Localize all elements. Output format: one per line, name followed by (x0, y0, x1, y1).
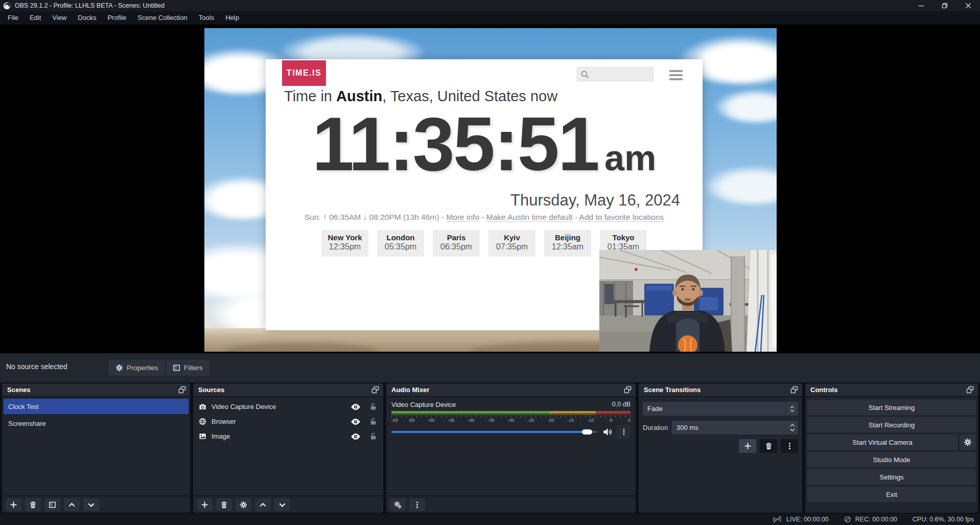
add-transition-button[interactable] (739, 439, 756, 453)
audio-mixer-title: Audio Mixer (391, 386, 429, 394)
volume-meter (391, 411, 631, 414)
minimize-button[interactable] (909, 0, 933, 11)
exit-button[interactable]: Exit (807, 487, 976, 502)
visibility-eye-icon[interactable] (351, 433, 361, 440)
source-label: Browser (212, 418, 236, 425)
source-toolbar: No source selected Properties Filters (0, 353, 980, 382)
duration-spinbox[interactable]: 300 ms (672, 421, 798, 435)
caret-down-icon (790, 428, 795, 431)
double-gear-icon (394, 501, 402, 509)
start-recording-button[interactable]: Start Recording (807, 417, 976, 432)
visibility-eye-icon[interactable] (351, 418, 361, 425)
broadcast-slash-icon (772, 516, 782, 523)
more-info-link: More info (446, 213, 479, 222)
settings-button[interactable]: Settings (807, 469, 976, 485)
transitions-header: Scene Transitions (639, 383, 802, 397)
add-source-button[interactable] (197, 498, 213, 511)
timeis-logo: TIME.IS (282, 60, 326, 86)
mixer-menu-button[interactable] (409, 498, 425, 511)
studio-mode-button[interactable]: Studio Mode (807, 452, 976, 467)
audio-mixer-panel: Audio Mixer Video Capture Device 0.0 dB … (386, 383, 636, 513)
scene-move-down-button[interactable] (83, 498, 99, 511)
filters-label: Filters (184, 364, 203, 372)
popout-icon (178, 386, 186, 394)
source-properties-button[interactable] (236, 498, 251, 511)
minimize-icon (918, 3, 924, 9)
volume-slider[interactable] (391, 428, 597, 436)
menu-scene-collection[interactable]: Scene Collection (132, 11, 193, 25)
scale-label: -35 (487, 418, 494, 423)
webcam-source[interactable] (599, 250, 777, 352)
advanced-audio-button[interactable] (390, 498, 406, 511)
timeis-date: Thursday, May 16, 2024 (510, 191, 680, 210)
transition-dropdown[interactable]: Fade (643, 402, 798, 416)
remove-source-button[interactable] (216, 498, 232, 511)
lock-icon[interactable] (369, 418, 377, 425)
close-button[interactable] (956, 0, 980, 11)
titlebar: OBS 29.1.2 - Profile: LLHLS BETA - Scene… (0, 0, 980, 11)
scene-move-up-button[interactable] (64, 498, 80, 511)
audio-mixer-header: Audio Mixer (386, 383, 636, 397)
cloud (715, 89, 777, 123)
speaker-icon[interactable] (602, 428, 612, 436)
trash-icon (765, 442, 773, 450)
mixer-channel-name: Video Capture Device (391, 401, 456, 408)
filters-button[interactable]: Filters (166, 360, 209, 376)
source-item-video-capture[interactable]: Video Capture Device (193, 399, 383, 414)
scale-label: -20 (547, 418, 554, 423)
scene-filters-button[interactable] (44, 498, 60, 511)
trash-icon (29, 501, 37, 509)
gear-icon (964, 438, 972, 446)
preview-canvas[interactable]: TIME.IS Time in Austin, Texas, United St… (204, 28, 777, 352)
menu-profile[interactable]: Profile (102, 11, 132, 25)
mixer-options-button[interactable] (617, 425, 631, 439)
remove-scene-button[interactable] (25, 498, 41, 511)
menu-tools[interactable]: Tools (193, 11, 220, 25)
source-item-browser[interactable]: Browser (193, 414, 383, 429)
popout-icon (966, 386, 974, 394)
lock-icon[interactable] (369, 432, 377, 440)
timeis-sun-line: Sun: ↑ 06:35AM ↓ 08:20PM (13h 46m) - Mor… (266, 213, 703, 222)
transition-options-button[interactable] (781, 439, 798, 453)
scene-item-screenshare[interactable]: Screenshare (4, 416, 189, 431)
menu-file[interactable]: File (2, 11, 24, 25)
source-item-image[interactable]: Image (193, 429, 383, 444)
close-icon (965, 3, 971, 9)
scene-label: Screenshare (8, 420, 46, 427)
add-scene-button[interactable] (6, 498, 21, 511)
start-virtual-camera-button[interactable]: Start Virtual Camera (807, 435, 958, 450)
search-icon (580, 70, 589, 79)
scale-label: -5 (609, 418, 613, 423)
city-tile: London05:35pm (377, 230, 424, 257)
scene-label: Clock Test (8, 403, 39, 410)
start-streaming-button[interactable]: Start Streaming (807, 400, 976, 415)
popout-icon (790, 386, 798, 394)
restore-button[interactable] (933, 0, 956, 11)
menu-docks[interactable]: Docks (72, 11, 102, 25)
virtual-camera-settings-button[interactable] (960, 435, 976, 450)
source-move-down-button[interactable] (274, 498, 290, 511)
remove-transition-button[interactable] (760, 439, 777, 453)
menu-edit[interactable]: Edit (24, 11, 46, 25)
scenes-toolbar (2, 495, 190, 513)
lock-icon[interactable] (369, 403, 377, 410)
gear-icon (240, 501, 247, 509)
scale-label: -45 (448, 418, 454, 423)
source-move-up-button[interactable] (255, 498, 271, 511)
record-slash-icon (844, 516, 851, 523)
city-tile: Kyiv07:35pm (488, 230, 535, 257)
camera-icon (198, 403, 207, 410)
spin-carets[interactable] (790, 424, 798, 431)
meter-ticks (391, 416, 631, 417)
visibility-eye-icon[interactable] (351, 403, 361, 410)
source-status-text: No source selected (6, 362, 67, 371)
menubar: File Edit View Docks Profile Scene Colle… (0, 11, 980, 25)
menu-help[interactable]: Help (220, 11, 245, 25)
menu-view[interactable]: View (46, 11, 72, 25)
scale-label: -40 (468, 418, 474, 423)
city-tile: New York12:35pm (321, 230, 368, 257)
properties-label: Properties (127, 364, 158, 372)
properties-button[interactable]: Properties (109, 360, 165, 376)
slider-handle[interactable] (582, 429, 592, 435)
scene-item-clock-test[interactable]: Clock Test (4, 399, 189, 414)
